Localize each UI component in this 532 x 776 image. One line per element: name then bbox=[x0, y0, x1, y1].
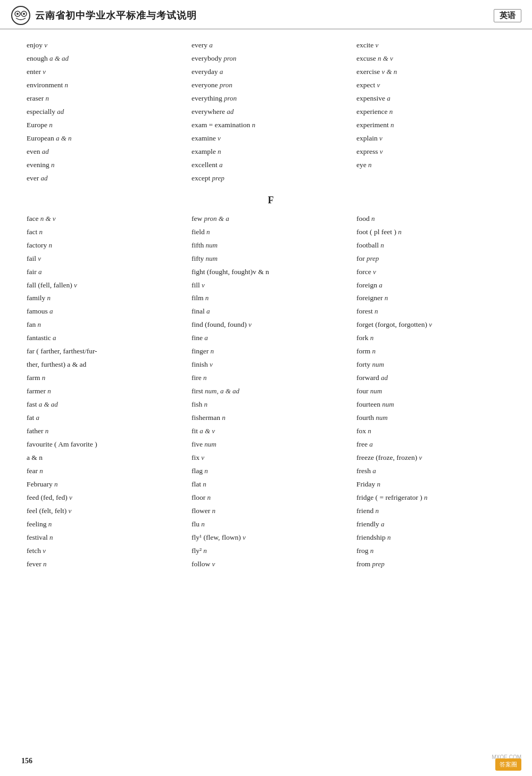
word: enough bbox=[27, 54, 48, 62]
pos: a bbox=[205, 307, 210, 315]
pos: pron & a bbox=[202, 214, 229, 222]
list-item: finish v bbox=[192, 358, 351, 372]
list-item: flower n bbox=[192, 505, 351, 518]
list-item: friendship n bbox=[356, 531, 516, 544]
list-item: force v bbox=[356, 266, 516, 279]
pos: ad bbox=[55, 108, 64, 115]
word: fever bbox=[27, 560, 41, 568]
list-item: everyday a bbox=[192, 65, 351, 79]
pos: ad bbox=[39, 174, 47, 182]
list-item: final a bbox=[192, 305, 351, 318]
header-left: 云南省初中学业水平标准与考试说明 bbox=[11, 5, 197, 26]
word: free bbox=[356, 440, 368, 448]
pos: n bbox=[41, 560, 47, 568]
word: especially bbox=[27, 108, 55, 115]
list-item: fish n bbox=[192, 398, 351, 411]
list-item: forest n bbox=[356, 305, 516, 318]
list-item: five num bbox=[192, 438, 351, 451]
word: fresh bbox=[356, 467, 371, 475]
list-item: fall (fell, fallen) v bbox=[27, 279, 186, 292]
list-item: fly¹ (flew, flown) v bbox=[192, 531, 351, 544]
pos: a bbox=[218, 161, 223, 169]
word: family bbox=[27, 294, 45, 302]
word: fox bbox=[356, 427, 366, 435]
word: fire bbox=[192, 374, 202, 382]
pos: a bbox=[207, 41, 213, 49]
word: experiment bbox=[356, 121, 389, 129]
list-item: fight (fought, fought)v & n bbox=[192, 266, 351, 279]
word: environment bbox=[27, 81, 63, 89]
list-item: friendly a bbox=[356, 518, 516, 531]
list-item: farmer n bbox=[27, 385, 186, 398]
list-item: eraser n bbox=[27, 92, 186, 105]
list-item: a & n bbox=[27, 451, 186, 465]
list-item: factory n bbox=[27, 239, 186, 252]
word: fan bbox=[27, 320, 36, 328]
pos: a bbox=[379, 520, 385, 528]
list-item: everyone pron bbox=[192, 79, 351, 92]
list-item: fox n bbox=[356, 425, 516, 438]
list-item: friend n bbox=[356, 505, 516, 518]
pos: v bbox=[417, 453, 422, 461]
list-item: from prep bbox=[356, 558, 516, 571]
list-item: everywhere ad bbox=[192, 105, 351, 119]
list-item: European a & n bbox=[27, 132, 186, 145]
list-item: form n bbox=[356, 345, 516, 358]
pos: prep bbox=[365, 254, 379, 262]
list-item: flag n bbox=[192, 465, 351, 478]
pos: n bbox=[48, 533, 53, 541]
logo-icon bbox=[11, 5, 31, 26]
pos: n bbox=[36, 320, 41, 328]
word: express bbox=[356, 147, 378, 155]
word: farm bbox=[27, 374, 40, 382]
list-item: fever n bbox=[27, 558, 186, 571]
list-item: field n bbox=[192, 226, 351, 239]
word: factory bbox=[27, 241, 47, 249]
list-item: famous a bbox=[27, 305, 186, 318]
pos: num bbox=[380, 400, 394, 408]
pos: num bbox=[204, 254, 218, 262]
list-item: fine a bbox=[192, 332, 351, 345]
pos: ad bbox=[40, 147, 48, 155]
list-item: fear n bbox=[27, 465, 186, 478]
word: finger bbox=[192, 347, 209, 355]
word: fact bbox=[27, 228, 37, 236]
list-item: fix v bbox=[192, 451, 351, 465]
pos: a bbox=[48, 307, 53, 315]
list-item: football n bbox=[356, 239, 516, 252]
word: even bbox=[27, 147, 40, 155]
pos: num bbox=[369, 387, 383, 395]
list-item: example n bbox=[192, 145, 351, 159]
word: enjoy bbox=[27, 41, 43, 49]
word: for bbox=[356, 254, 365, 262]
pos: num, a & ad bbox=[203, 387, 239, 395]
word: find (found, found) bbox=[192, 320, 247, 328]
list-item: exam = examination n bbox=[192, 119, 351, 132]
word: examine bbox=[192, 134, 216, 142]
pos: a bbox=[34, 414, 39, 422]
pos: prep bbox=[370, 560, 385, 568]
e-section-columns: enjoy venough a & adenter venvironment n… bbox=[27, 39, 516, 185]
list-item: fit a & v bbox=[192, 425, 351, 438]
word: exercise bbox=[356, 68, 380, 76]
pos: v bbox=[200, 453, 204, 461]
svg-point-3 bbox=[16, 13, 19, 15]
list-item: flu n bbox=[192, 518, 351, 531]
word: exam = examination bbox=[192, 121, 250, 129]
word: four bbox=[356, 387, 369, 395]
word: fourteen bbox=[356, 400, 380, 408]
list-item: fat a bbox=[27, 411, 186, 425]
pos: n bbox=[45, 294, 51, 302]
word: except bbox=[192, 174, 210, 182]
word: February bbox=[27, 480, 53, 488]
list-item: except prep bbox=[192, 172, 351, 185]
word: eye bbox=[356, 161, 367, 169]
list-item: floor n bbox=[192, 491, 351, 505]
list-item: fact n bbox=[27, 226, 186, 239]
list-item: environment n bbox=[27, 79, 186, 92]
list-item: find (found, found) v bbox=[192, 318, 351, 332]
pos: v bbox=[247, 320, 252, 328]
page-number: 156 bbox=[21, 757, 32, 765]
pos: v bbox=[36, 254, 41, 262]
list-item: finger n bbox=[192, 345, 351, 358]
